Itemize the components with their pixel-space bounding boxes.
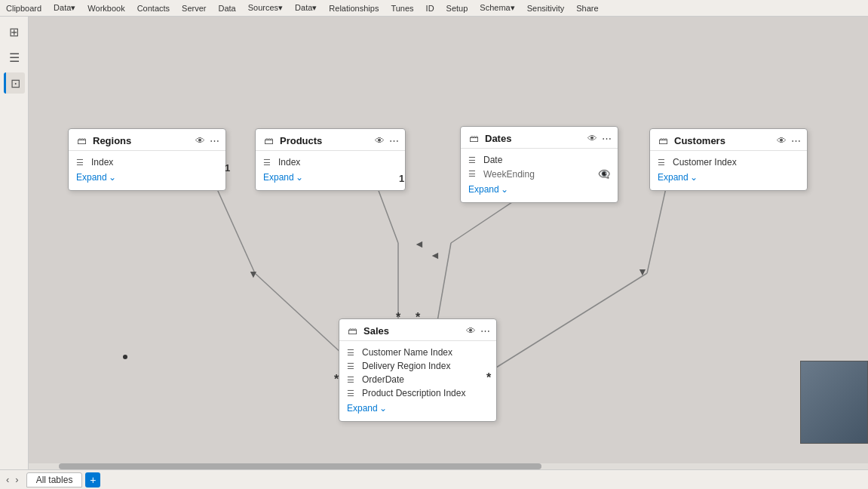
toolbar-share[interactable]: Share — [576, 4, 598, 13]
sidebar-model-icon[interactable]: ⊡ — [4, 72, 25, 94]
sales-eye-icon[interactable]: 👁 — [466, 325, 476, 337]
dates-field-weekending: ☰ WeekEnding 👁‍🗨 — [468, 167, 610, 181]
products-field-index: ☰ Index — [263, 155, 397, 169]
sales-customer-name-label: Customer Name Index — [362, 347, 452, 358]
all-tables-tab[interactable]: All tables — [26, 472, 83, 487]
dates-header: 🗃 Dates 👁 ⋯ — [461, 127, 618, 149]
customers-index-icon: ☰ — [658, 158, 668, 168]
toolbar-data3[interactable]: Data▾ — [295, 3, 317, 13]
regions-eye-icon[interactable]: 👁 — [195, 135, 205, 146]
collapse-left-icon[interactable]: ‹ — [6, 474, 9, 485]
dates-expand[interactable]: Expand ⌄ — [468, 181, 610, 199]
rel-star-sales-top-left: * — [396, 311, 400, 324]
customers-actions: 👁 ⋯ — [777, 135, 801, 146]
regions-actions: 👁 ⋯ — [195, 135, 219, 146]
toolbar-sources[interactable]: Sources▾ — [248, 3, 283, 13]
customers-eye-icon[interactable]: 👁 — [777, 135, 787, 146]
customers-more-icon[interactable]: ⋯ — [791, 135, 801, 146]
toolbar-contacts[interactable]: Contacts — [137, 4, 170, 13]
camera-overlay — [800, 361, 868, 444]
regions-index-icon: ☰ — [76, 158, 87, 168]
add-tab-button[interactable]: + — [85, 472, 100, 487]
toolbar-setup[interactable]: Setup — [446, 4, 468, 13]
sales-expand[interactable]: Expand ⌄ — [347, 400, 489, 418]
rel-star-sales-top-right: * — [416, 311, 420, 324]
customers-body: ☰ Customer Index Expand ⌄ — [650, 151, 807, 190]
customers-header: 🗃 Customers 👁 ⋯ — [650, 129, 807, 151]
toolbar-server[interactable]: Server — [182, 4, 206, 13]
horizontal-scrollbar[interactable] — [29, 463, 868, 469]
products-index-label: Index — [278, 157, 300, 168]
camera-feed — [801, 361, 867, 443]
sidebar-report-icon[interactable]: ⊞ — [4, 21, 25, 42]
horizontal-scroll-thumb[interactable] — [59, 463, 541, 469]
products-index-icon: ☰ — [263, 158, 274, 168]
sales-field-orderdate: ☰ OrderDate — [347, 373, 489, 386]
sales-delivery-region-label: Delivery Region Index — [362, 361, 450, 371]
dates-weekending-crossed-icon: 👁‍🗨 — [598, 168, 610, 180]
dates-date-icon: ☰ — [468, 155, 479, 165]
canvas: 🗃 Regions 👁 ⋯ ☰ Index Expand ⌄ 1 ▼ 🗃 Pro… — [29, 17, 868, 469]
collapse-right-icon[interactable]: › — [15, 474, 18, 485]
toolbar: Clipboard Data▾ Workbook Contacts Server… — [0, 0, 868, 17]
cursor — [123, 355, 127, 359]
dates-body: ☰ Date ☰ WeekEnding 👁‍🗨 Expand ⌄ — [461, 149, 618, 202]
all-tables-label: All tables — [36, 475, 73, 485]
customers-index-label: Customer Index — [673, 157, 737, 168]
toolbar-data[interactable]: Data▾ — [54, 3, 75, 13]
regions-title: Regions — [93, 135, 191, 146]
sales-orderdate-label: OrderDate — [362, 374, 404, 385]
dates-more-icon[interactable]: ⋯ — [602, 133, 612, 144]
regions-header: 🗃 Regions 👁 ⋯ — [69, 129, 225, 151]
sales-actions: 👁 ⋯ — [466, 325, 490, 337]
toolbar-data2[interactable]: Data — [219, 4, 236, 13]
rel-arrow-products2: ◄ — [430, 249, 440, 261]
bottom-tab-bar: ‹ › All tables + — [0, 469, 868, 489]
products-eye-icon[interactable]: 👁 — [375, 135, 385, 146]
regions-field-index: ☰ Index — [76, 155, 218, 169]
sidebar-table-icon[interactable]: ☰ — [4, 47, 25, 68]
regions-expand[interactable]: Expand ⌄ — [76, 169, 218, 187]
sales-product-desc-label: Product Description Index — [362, 388, 465, 398]
toolbar-relationships[interactable]: Relationships — [329, 4, 379, 13]
dates-date-label: Date — [483, 155, 502, 165]
toolbar-sensitivity[interactable]: Sensitivity — [527, 4, 565, 13]
products-expand[interactable]: Expand ⌄ — [263, 169, 397, 187]
products-table-icon: 🗃 — [262, 134, 275, 147]
sales-product-desc-icon: ☰ — [347, 389, 357, 398]
dates-field-date: ☰ Date — [468, 153, 610, 167]
products-more-icon[interactable]: ⋯ — [389, 135, 399, 146]
sales-card: 🗃 Sales 👁 ⋯ ☰ Customer Name Index ☰ Deli… — [339, 318, 497, 422]
customers-expand[interactable]: Expand ⌄ — [658, 169, 799, 187]
sales-field-product-desc: ☰ Product Description Index — [347, 386, 489, 400]
customers-card: 🗃 Customers 👁 ⋯ ☰ Customer Index Expand … — [649, 128, 808, 191]
products-actions: 👁 ⋯ — [375, 135, 399, 146]
toolbar-clipboard[interactable]: Clipboard — [6, 4, 41, 13]
customers-title: Customers — [674, 135, 772, 146]
toolbar-id[interactable]: ID — [426, 4, 434, 13]
regions-card: 🗃 Regions 👁 ⋯ ☰ Index Expand ⌄ — [68, 128, 226, 191]
dates-actions: 👁 ⋯ — [587, 133, 612, 144]
toolbar-schema[interactable]: Schema▾ — [480, 3, 514, 13]
sales-field-delivery-region: ☰ Delivery Region Index — [347, 359, 489, 373]
toolbar-workbook[interactable]: Workbook — [87, 4, 124, 13]
rel-arrow-customers: ▼ — [637, 266, 648, 278]
regions-index-label: Index — [91, 157, 113, 168]
sales-title: Sales — [363, 325, 462, 337]
rel-label-products-1: 1 — [399, 173, 404, 184]
dates-eye-icon[interactable]: 👁 — [587, 133, 597, 144]
products-card: 🗃 Products 👁 ⋯ ☰ Index Expand ⌄ — [255, 128, 406, 191]
sales-table-icon: 🗃 — [345, 324, 359, 337]
regions-more-icon[interactable]: ⋯ — [210, 135, 219, 146]
sales-customer-name-icon: ☰ — [347, 348, 357, 358]
toolbar-tunes[interactable]: Tunes — [391, 4, 413, 13]
products-title: Products — [280, 135, 370, 146]
sales-more-icon[interactable]: ⋯ — [480, 325, 490, 337]
dates-table-icon: 🗃 — [467, 131, 480, 145]
dates-weekending-label: WeekEnding — [483, 169, 535, 180]
dates-card: 🗃 Dates 👁 ⋯ ☰ Date ☰ WeekEnding 👁‍🗨 Expa… — [460, 126, 618, 203]
svg-line-2 — [376, 183, 398, 243]
sales-orderdate-icon: ☰ — [347, 375, 357, 385]
rel-arrow-products: ◄ — [414, 238, 425, 250]
sales-field-customer-name: ☰ Customer Name Index — [347, 346, 489, 359]
